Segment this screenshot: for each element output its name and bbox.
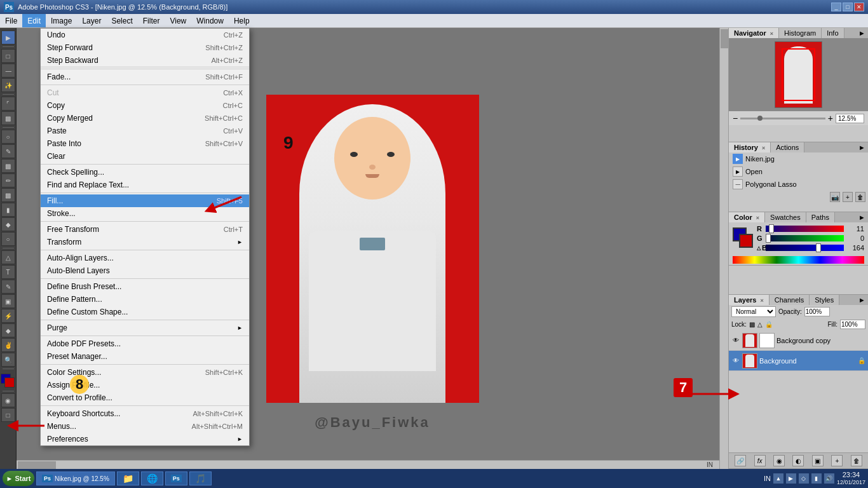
history-item-lasso[interactable]: ⸻ Polygonal Lasso [729, 178, 868, 191]
opacity-input[interactable] [804, 307, 830, 316]
menu-item-step-backward[interactable]: Step Backward Alt+Ctrl+Z [41, 54, 249, 67]
taskbar-app-firefox[interactable]: 🌐 [141, 471, 163, 485]
menu-item-define-pattern[interactable]: Define Pattern... [41, 293, 249, 306]
lock-position-icon[interactable]: △ [757, 321, 763, 328]
layer-visibility-eye-2[interactable]: 👁 [731, 356, 740, 365]
menu-layer[interactable]: Layer [77, 14, 106, 27]
history-item-open[interactable]: ▶ Open [729, 165, 868, 178]
tool-slice[interactable]: ▩ [1, 111, 15, 125]
menu-item-auto-align[interactable]: Auto-Align Layers... [41, 252, 249, 264]
menu-edit[interactable]: Edit [22, 14, 46, 27]
tool-eyedropper[interactable]: ◆ [1, 323, 15, 337]
menu-item-define-brush[interactable]: Define Brush Preset... [41, 280, 249, 293]
tool-zoom[interactable]: 🔍 [1, 353, 15, 367]
menu-view[interactable]: View [165, 14, 191, 27]
lock-pixels-icon[interactable]: ▩ [749, 321, 755, 328]
tab-swatches[interactable]: Swatches [765, 212, 806, 222]
tool-blur[interactable]: ◆ [1, 217, 15, 231]
menu-file[interactable]: File [0, 14, 22, 27]
tab-styles[interactable]: Styles [810, 295, 839, 305]
tool-dodge[interactable]: ○ [1, 232, 15, 246]
tool-type[interactable]: T [1, 265, 15, 279]
slider-thumb-r[interactable] [769, 224, 774, 233]
tool-screen-mode[interactable]: □ [1, 408, 15, 422]
menu-item-color-settings[interactable]: Color Settings... Shift+Ctrl+K [41, 366, 249, 379]
color-swatch-area[interactable] [1, 374, 16, 389]
menu-image[interactable]: Image [46, 14, 77, 27]
slider-r[interactable] [766, 226, 844, 232]
layer-new-btn[interactable]: + [831, 455, 843, 466]
tool-mask-mode[interactable]: ◉ [1, 393, 15, 407]
layer-item-background-copy[interactable]: 👁 Background copy [729, 330, 868, 351]
history-new-snapshot-btn[interactable]: 📷 [830, 192, 840, 202]
slider-thumb-g[interactable] [766, 234, 771, 243]
tab-history[interactable]: History × [729, 142, 771, 152]
menu-item-purge[interactable]: Purge ► [41, 322, 249, 334]
tool-brush[interactable]: ✎ [1, 144, 15, 158]
background-swatch[interactable] [739, 234, 753, 248]
tool-shape[interactable]: ▣ [1, 294, 15, 308]
layers-options-btn[interactable]: ► [856, 295, 868, 305]
horizontal-scrollbar[interactable]: IN [17, 460, 719, 469]
taskbar-app-file-explorer[interactable]: 📁 [117, 471, 139, 485]
tray-icon-antivirus[interactable]: ◇ [799, 473, 809, 484]
tool-notes[interactable]: ⚡ [1, 309, 15, 323]
menu-window[interactable]: Window [191, 14, 229, 27]
layer-visibility-eye[interactable]: 👁 [731, 336, 740, 345]
start-button[interactable]: ► Start [3, 471, 34, 486]
menu-item-paste-into[interactable]: Paste Into Shift+Ctrl+V [41, 137, 249, 150]
menu-item-auto-blend[interactable]: Auto-Blend Layers [41, 264, 249, 277]
blend-mode-select[interactable]: Normal [731, 306, 776, 317]
layer-mask-btn[interactable]: ◉ [773, 455, 785, 466]
menu-item-clear[interactable]: Clear [41, 150, 249, 163]
tab-navigator[interactable]: Navigator × [729, 28, 779, 38]
tool-selection[interactable]: ▶ [1, 30, 15, 44]
tool-lasso[interactable]: ⸻ [1, 64, 15, 78]
tool-crop[interactable]: ⌜ [1, 97, 15, 111]
zoom-slider[interactable] [740, 118, 825, 119]
menu-item-menus[interactable]: Menus... Alt+Shift+Ctrl+M [41, 420, 249, 433]
tab-color[interactable]: Color × [729, 212, 765, 222]
zoom-out-btn[interactable]: − [733, 113, 738, 123]
tray-icon-volume[interactable]: ▶ [786, 473, 796, 484]
tool-healing[interactable]: ○ [1, 130, 15, 144]
tool-eraser[interactable]: ▩ [1, 188, 15, 202]
tool-path[interactable]: △ [1, 250, 15, 264]
menu-item-transform[interactable]: Transform ► [41, 236, 249, 248]
menu-item-step-forward[interactable]: Step Forward Shift+Ctrl+Z [41, 41, 249, 54]
menu-item-define-shape[interactable]: Define Custom Shape... [41, 306, 249, 318]
taskbar-app-ps-icon[interactable]: Ps [165, 471, 187, 485]
minimize-button[interactable]: _ [831, 3, 841, 11]
slider-thumb-b[interactable] [816, 243, 821, 252]
menu-help[interactable]: Help [229, 14, 255, 27]
menu-item-stroke[interactable]: Stroke... [41, 207, 249, 220]
tool-magic-wand[interactable]: ✨ [1, 78, 15, 92]
taskbar-app-media[interactable]: 🎵 [189, 471, 212, 485]
tool-marquee[interactable]: □ [1, 49, 15, 63]
color-options-btn[interactable]: ► [856, 212, 868, 222]
layer-item-background[interactable]: 👁 Background 🔒 [729, 351, 868, 371]
menu-item-find-replace[interactable]: Find and Replace Text... [41, 179, 249, 191]
tray-icon-battery[interactable]: ▮ [811, 473, 822, 484]
menu-item-pdf-presets[interactable]: Adobe PDF Presets... [41, 337, 249, 350]
history-delete-btn[interactable]: 🗑 [855, 192, 865, 202]
menu-item-fill[interactable]: Fill... Shift+F5 [41, 194, 249, 207]
layer-delete-btn[interactable]: 🗑 [851, 455, 862, 466]
tool-pen[interactable]: ✎ [1, 280, 15, 294]
zoom-in-btn[interactable]: + [828, 113, 833, 123]
menu-item-copy[interactable]: Copy Ctrl+C [41, 99, 249, 112]
scrollbar-thumb-v[interactable] [721, 29, 728, 48]
layer-adjustment-btn[interactable]: ◐ [792, 455, 804, 466]
tab-info[interactable]: Info [822, 28, 844, 38]
menu-item-undo[interactable]: Undo Ctrl+Z [41, 29, 249, 41]
menu-item-fade[interactable]: Fade... Shift+Ctrl+F [41, 71, 249, 83]
tool-hand[interactable]: ✌ [1, 338, 15, 352]
menu-item-free-transform[interactable]: Free Transform Ctrl+T [41, 223, 249, 236]
menu-item-copy-merged[interactable]: Copy Merged Shift+Ctrl+C [41, 112, 249, 125]
color-spectrum-bar[interactable] [733, 256, 864, 264]
tray-icon-speaker[interactable]: 🔊 [824, 473, 834, 484]
slider-g[interactable] [766, 235, 844, 241]
tab-layers[interactable]: Layers × [729, 295, 770, 305]
layer-link-btn[interactable]: 🔗 [735, 455, 746, 466]
tab-actions[interactable]: Actions [771, 142, 804, 152]
